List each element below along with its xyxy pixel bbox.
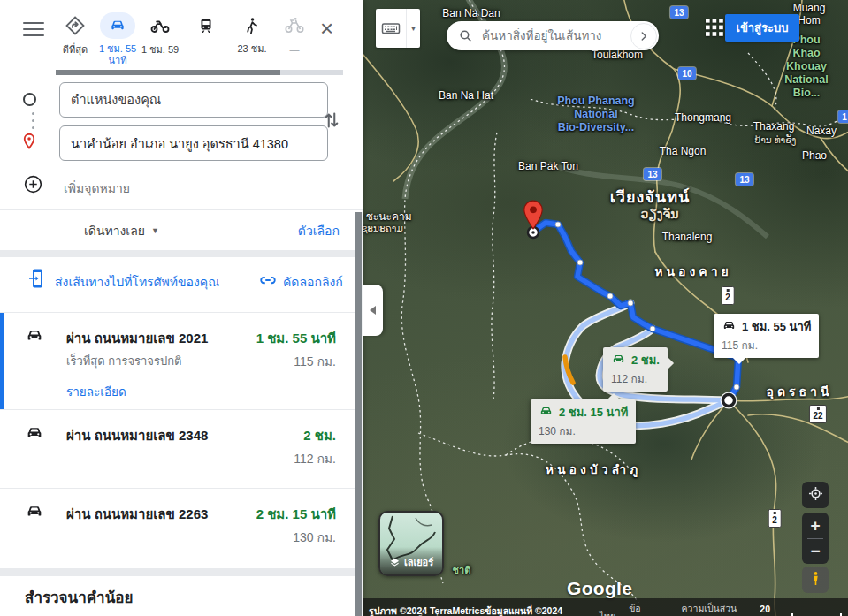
copy-link-label[interactable]: คัดลอกลิงก์ [283, 272, 343, 292]
send-to-phone-icon[interactable] [27, 268, 48, 293]
copy-link-icon[interactable] [258, 270, 278, 293]
depart-time-dropdown[interactable]: เดินทางเลย▼ [84, 221, 159, 240]
best-route-icon [57, 12, 93, 39]
panel-scrollbar[interactable] [355, 212, 363, 616]
keyboard-input-button[interactable]: ▼ [376, 9, 420, 48]
add-destination-icon[interactable] [23, 174, 43, 198]
map-label: Phou Khao Khouay National Bio... [784, 34, 828, 100]
map-label: Toulakhom [592, 49, 643, 61]
destination-input[interactable] [59, 125, 328, 161]
transit-icon [188, 12, 224, 39]
walking-icon [234, 12, 270, 39]
route-option-2348[interactable]: ผ่าน ถนนหมายเลข 2348 2 ชม. 112 กม. [0, 409, 355, 489]
chevron-left-icon [370, 306, 376, 315]
route-callout-2348[interactable]: 2 ชม. 112 กม. [603, 347, 668, 392]
car-icon [722, 318, 737, 336]
zoom-control: + − [802, 513, 829, 564]
region-link[interactable]: ไทย [600, 609, 615, 616]
origin-input[interactable] [59, 82, 328, 118]
bicycle-icon [277, 12, 312, 39]
map-label: หนองคาย [654, 265, 731, 278]
chevron-down-icon[interactable]: ▼ [406, 9, 420, 48]
route-shield-icon: 2 [768, 509, 782, 528]
pegman-button[interactable] [802, 567, 829, 593]
map-label: Ban Pak Ton [518, 160, 578, 172]
route-option-2263[interactable]: ผ่าน ถนนหมายเลข 2263 2 ชม. 15 นาที 130 ก… [0, 488, 355, 569]
route-title: ผ่าน ถนนหมายเลข 2263 [66, 504, 208, 525]
map-attribution-bar: รูปภาพ ©2024 TerraMetricsข้อมูลแผนที่ ©2… [363, 598, 848, 616]
selected-route-indicator [0, 313, 4, 410]
callout-distance: 130 กม. [539, 422, 628, 439]
route-title: ผ่าน ถนนหมายเลข 2021 [66, 328, 208, 349]
map-label: ง ชะนะคาม [363, 210, 412, 223]
divider [0, 209, 363, 210]
map-canvas[interactable]: Ban Na DanMuang HomToulakhomPhou Khao Kh… [363, 0, 848, 616]
motorcycle-icon [142, 12, 178, 39]
zoom-out-button[interactable]: − [802, 539, 829, 564]
route-duration: 2 ชม. [303, 425, 336, 446]
map-label: Ban Na Hat [439, 89, 493, 102]
zoom-in-button[interactable]: + [802, 513, 829, 538]
search-icon [458, 28, 473, 43]
map-label: หนองบัวลำภู [546, 463, 641, 475]
route-callout-selected[interactable]: 1 ชม. 55 นาที 115 กม. [714, 314, 819, 358]
google-apps-grid-icon[interactable] [706, 19, 723, 40]
search-submit-button[interactable] [630, 23, 657, 49]
map-label: ວຽງຈັນ [641, 208, 679, 220]
pegman-icon [809, 571, 822, 589]
map-search-bar[interactable] [447, 21, 659, 50]
mode-scrollbar[interactable] [56, 70, 343, 75]
map-label: ບ້ານ ທ່າຊັງ [755, 133, 797, 146]
terms-link[interactable]: ข้อกำหนด [629, 601, 668, 616]
callout-duration: 2 ชม. [631, 351, 660, 369]
route-subtitle: เร็วที่สุด การจราจรปกติ [66, 352, 182, 370]
mode-motorcycle[interactable]: 1 ชม. 59 [134, 12, 186, 56]
add-destination-label[interactable]: เพิ่มจุดหมาย [64, 179, 130, 198]
origin-dot-icon [23, 93, 36, 106]
map-label: ຊະນະຄາມ [363, 222, 403, 234]
send-to-phone-label[interactable]: ส่งเส้นทางไปที่โทรศัพท์ของคุณ [55, 272, 219, 292]
google-logo: Google [567, 578, 632, 599]
section-divider [0, 250, 363, 257]
route-details-link[interactable]: รายละเอียด [66, 382, 126, 401]
menu-icon[interactable] [23, 22, 44, 38]
destination-map-pin[interactable] [521, 200, 546, 233]
options-button[interactable]: ตัวเลือก [298, 221, 340, 240]
route-shield-icon: 13 [644, 168, 661, 180]
google-maps-directions-app: ดีที่สุด 1 ชม. 55 นาที 1 ชม. 59 [0, 0, 848, 616]
callout-duration: 1 ชม. 55 นาที [742, 317, 811, 336]
map-label: Phao [802, 149, 827, 162]
my-location-button[interactable] [802, 482, 829, 508]
scale-bar [791, 613, 842, 616]
map-label: ชาติ [453, 564, 471, 576]
section-divider [0, 569, 363, 576]
search-input[interactable] [480, 28, 630, 43]
layers-button[interactable]: เลเยอร์ [378, 511, 444, 576]
route-callout-2263[interactable]: 2 ชม. 15 นาที 130 กม. [531, 399, 636, 444]
route-title: ผ่าน ถนนหมายเลข 2348 [66, 425, 208, 446]
mode-cycling[interactable]: — [269, 12, 320, 56]
sign-in-button[interactable]: เข้าสู่ระบบ [725, 14, 799, 42]
map-label: Thaxang [753, 120, 795, 133]
route-distance: 130 กม. [293, 528, 336, 547]
destination-pin-icon [21, 133, 37, 154]
car-icon [25, 423, 44, 446]
directions-panel: ดีที่สุด 1 ชม. 55 นาที 1 ชม. 59 [0, 0, 363, 616]
swap-waypoints-icon[interactable] [320, 109, 345, 133]
close-directions-icon[interactable]: × [320, 16, 333, 41]
privacy-link[interactable]: ความเป็นส่วนตัว [682, 601, 745, 616]
route-shield-icon: 22 [809, 405, 827, 423]
mode-transit[interactable] [180, 12, 232, 43]
waypoint-dots-icon [32, 112, 34, 133]
map-label: Thanaleng [662, 231, 713, 243]
mode-cycling-time: — [269, 44, 320, 56]
car-icon [611, 352, 626, 369]
car-icon [25, 502, 44, 525]
route-option-2021[interactable]: ผ่าน ถนนหมายเลข 2021 1 ชม. 55 นาที เร็วท… [0, 312, 355, 410]
map-label: Naxay [806, 125, 837, 137]
map-label: Thongmang [675, 111, 731, 124]
collapse-panel-button[interactable] [363, 285, 383, 336]
callout-duration: 2 ชม. 15 นาที [559, 403, 628, 422]
route-shield-icon: 13 [736, 173, 753, 186]
route-duration: 2 ชม. 15 นาที [256, 504, 336, 525]
